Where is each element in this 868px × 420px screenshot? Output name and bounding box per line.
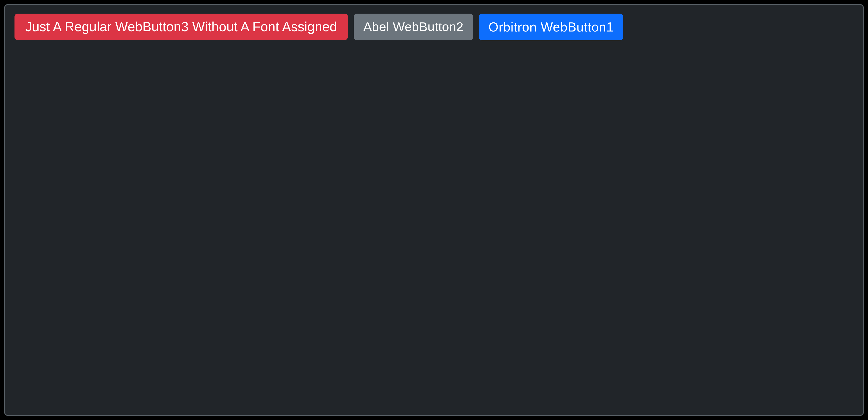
webbutton1-label: Orbitron WebButton1	[489, 19, 614, 35]
webbutton3-label: Just A Regular WebButton3 Without A Font…	[25, 18, 337, 35]
webbutton2[interactable]: Abel WebButton2	[354, 13, 473, 40]
webbutton2-label: Abel WebButton2	[363, 19, 463, 35]
webbutton1[interactable]: Orbitron WebButton1	[479, 13, 623, 40]
window-frame: Just A Regular WebButton3 Without A Font…	[4, 4, 864, 416]
webbutton3[interactable]: Just A Regular WebButton3 Without A Font…	[14, 13, 348, 40]
